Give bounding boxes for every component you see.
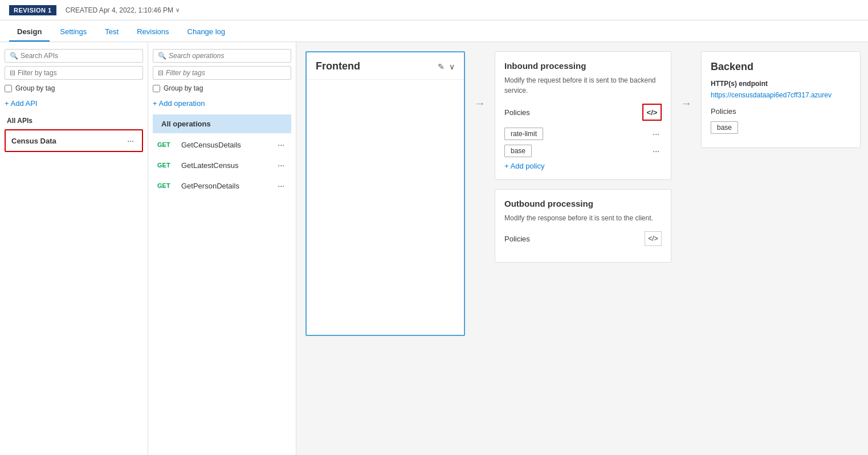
get-badge: GET xyxy=(157,141,176,148)
created-text: CREATED Apr 4, 2022, 1:10:46 PM ∨ xyxy=(66,6,180,14)
base-ellipsis[interactable]: ··· xyxy=(650,145,662,157)
all-apis-label: All APIs xyxy=(5,117,143,125)
top-bar: REVISION 1 CREATED Apr 4, 2022, 1:10:46 … xyxy=(0,0,868,21)
outbound-policies-row: Policies </> xyxy=(504,231,662,246)
policy-item-base: base ··· xyxy=(504,145,662,157)
ops-group-tag-label: Group by tag xyxy=(164,84,203,92)
add-policy-button[interactable]: + Add policy xyxy=(504,162,662,170)
add-operation-button[interactable]: + Add operation xyxy=(153,97,291,110)
add-policy-label: + Add policy xyxy=(504,162,544,170)
frontend-card-header: Frontend ✎ ∨ xyxy=(307,52,464,80)
operation-row-get-census-details[interactable]: GET GetCensusDetails ··· xyxy=(153,134,291,155)
tab-settings[interactable]: Settings xyxy=(52,23,95,42)
ops-search-icon: 🔍 xyxy=(158,52,166,60)
backend-card: Backend HTTP(s) endpoint https://censusd… xyxy=(701,51,861,148)
frontend-header-icons: ✎ ∨ xyxy=(438,62,455,71)
sidebar: 🔍 ⊟ Group by tag + Add API All APIs Cens… xyxy=(0,42,148,455)
operation-ellipsis-button[interactable]: ··· xyxy=(275,139,287,150)
ops-filter-icon: ⊟ xyxy=(158,69,164,77)
group-by-tag-row: Group by tag xyxy=(5,84,143,92)
ops-filter-box[interactable]: ⊟ xyxy=(153,66,291,80)
operation-ellipsis-button[interactable]: ··· xyxy=(275,180,287,191)
get-badge: GET xyxy=(157,182,176,189)
inbound-title: Inbound processing xyxy=(504,61,662,71)
ops-group-tag-row: Group by tag xyxy=(153,84,291,92)
inbound-policies-row: Policies </> xyxy=(504,104,662,121)
backend-policies-label: Policies xyxy=(711,107,736,116)
backend-policies-row: Policies xyxy=(711,107,851,116)
api-item-ellipsis-button[interactable]: ··· xyxy=(125,135,136,146)
frontend-edit-button[interactable]: ✎ xyxy=(438,62,445,71)
operation-row-get-latest-census[interactable]: GET GetLatestCensus ··· xyxy=(153,155,291,175)
backend-url: https://censusdataapi6ed7cff317.azurev xyxy=(711,91,851,99)
chevron-down-icon[interactable]: ∨ xyxy=(176,7,180,13)
operation-name: GetLatestCensus xyxy=(181,161,270,170)
frontend-title: Frontend xyxy=(316,60,360,72)
revision-badge: REVISION 1 xyxy=(9,5,56,15)
rate-limit-ellipsis[interactable]: ··· xyxy=(650,128,662,140)
inbound-policy-code-button[interactable]: </> xyxy=(642,104,662,121)
inbound-arrow: → xyxy=(474,51,486,110)
inbound-processing-card: Inbound processing Modify the request be… xyxy=(495,51,671,180)
operations-panel: 🔍 ⊟ Group by tag + Add operation All ope… xyxy=(148,42,296,455)
api-search-box[interactable]: 🔍 xyxy=(5,49,143,63)
tab-design[interactable]: Design xyxy=(9,23,50,42)
backend-column: Backend HTTP(s) endpoint https://censusd… xyxy=(701,51,861,148)
api-filter-input[interactable] xyxy=(18,69,138,77)
frontend-card: Frontend ✎ ∨ xyxy=(305,51,465,336)
backend-title: Backend xyxy=(711,61,851,73)
main-layout: 🔍 ⊟ Group by tag + Add API All APIs Cens… xyxy=(0,42,868,455)
add-api-button[interactable]: + Add API xyxy=(5,97,143,110)
ops-filter-input[interactable] xyxy=(166,69,286,77)
all-operations-item[interactable]: All operations xyxy=(153,114,291,133)
backend-endpoint-label: HTTP(s) endpoint xyxy=(711,80,851,88)
backend-policy-item-base: base xyxy=(711,121,851,134)
tab-revisions[interactable]: Revisions xyxy=(129,23,177,42)
group-by-tag-label: Group by tag xyxy=(15,84,55,92)
api-item-census-data[interactable]: Census Data ··· xyxy=(5,129,143,152)
operation-row-get-person-details[interactable]: GET GetPersonDetails ··· xyxy=(153,175,291,196)
outbound-title: Outbound processing xyxy=(504,199,662,208)
backend-arrow: → xyxy=(680,51,692,110)
search-icon: 🔍 xyxy=(10,52,18,60)
get-badge: GET xyxy=(157,162,176,169)
policy-item-rate-limit: rate-limit ··· xyxy=(504,128,662,140)
ops-search-input[interactable] xyxy=(169,52,286,60)
operation-name: GetCensusDetails xyxy=(181,141,270,149)
base-tag: base xyxy=(504,145,532,157)
operation-name: GetPersonDetails xyxy=(181,182,270,190)
design-area: Frontend ✎ ∨ → Inbound processing Modify… xyxy=(296,42,868,455)
frontend-expand-button[interactable]: ∨ xyxy=(449,62,455,71)
tab-changelog[interactable]: Change log xyxy=(180,23,234,42)
ops-group-tag-checkbox[interactable] xyxy=(153,85,160,92)
backend-base-tag: base xyxy=(711,121,738,134)
filter-icon: ⊟ xyxy=(10,69,15,77)
outbound-desc: Modify the response before it is sent to… xyxy=(504,213,662,223)
rate-limit-tag: rate-limit xyxy=(504,128,543,140)
ops-search-box[interactable]: 🔍 xyxy=(153,49,291,63)
api-search-input[interactable] xyxy=(21,52,138,60)
api-item-name: Census Data xyxy=(11,137,56,145)
inbound-policies-label: Policies xyxy=(504,108,530,117)
group-by-tag-checkbox[interactable] xyxy=(5,85,12,92)
processing-column: Inbound processing Modify the request be… xyxy=(495,51,671,263)
inbound-desc: Modify the request before it is sent to … xyxy=(504,75,662,96)
tabs-bar: Design Settings Test Revisions Change lo… xyxy=(0,21,868,42)
tab-test[interactable]: Test xyxy=(97,23,127,42)
outbound-processing-card: Outbound processing Modify the response … xyxy=(495,189,671,263)
add-operation-label: + Add operation xyxy=(153,99,205,108)
api-filter-box[interactable]: ⊟ xyxy=(5,66,143,80)
outbound-policy-code-button[interactable]: </> xyxy=(645,231,662,246)
operation-ellipsis-button[interactable]: ··· xyxy=(275,159,287,171)
outbound-policies-label: Policies xyxy=(504,235,530,243)
add-api-label: + Add API xyxy=(5,99,37,108)
